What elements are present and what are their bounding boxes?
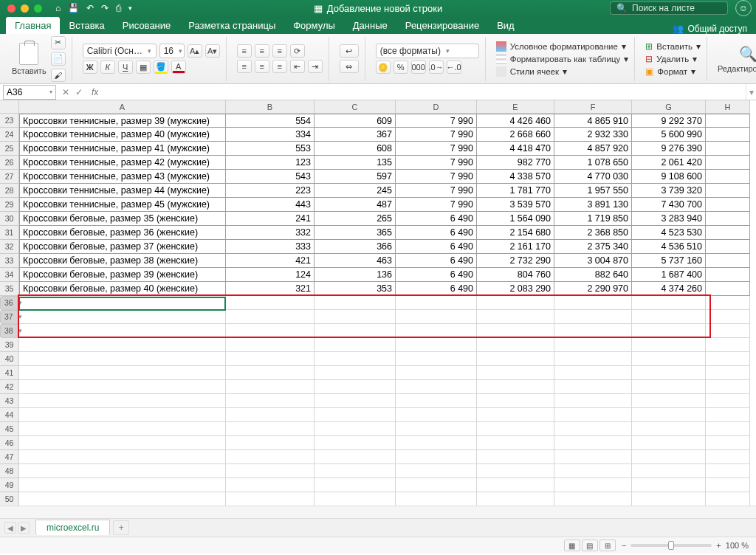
cell[interactable]: [226, 366, 315, 380]
cell[interactable]: [315, 380, 396, 394]
cell[interactable]: [396, 296, 477, 310]
cell[interactable]: [315, 478, 396, 492]
cell[interactable]: [706, 142, 750, 156]
save-icon[interactable]: 💾: [68, 3, 79, 13]
cell[interactable]: [706, 310, 750, 324]
editing-button[interactable]: 🔍 Редактирование: [718, 45, 756, 73]
align-bot-icon[interactable]: ≡: [272, 44, 287, 58]
row-header[interactable]: 29: [0, 198, 19, 212]
col-header-E[interactable]: E: [477, 100, 554, 114]
cell[interactable]: [477, 464, 554, 478]
quick-access-toolbar[interactable]: ⌂ 💾 ↶ ↷ ⎙ ▾: [55, 3, 132, 13]
cell[interactable]: 6 490: [396, 254, 477, 268]
cell[interactable]: [396, 366, 477, 380]
cell[interactable]: [706, 394, 750, 408]
cell[interactable]: 9 292 370: [632, 114, 706, 128]
cell[interactable]: [315, 436, 396, 450]
spreadsheet-grid[interactable]: ABCDEFGH 2324252627282930313233343536373…: [0, 100, 756, 518]
row-header[interactable]: 26: [0, 156, 19, 170]
cell[interactable]: 4 418 470: [477, 142, 554, 156]
cell[interactable]: 4 865 910: [554, 114, 632, 128]
cell[interactable]: 6 490: [396, 226, 477, 240]
cell[interactable]: [477, 450, 554, 464]
cell[interactable]: [477, 310, 554, 324]
row-header[interactable]: 23: [0, 114, 19, 128]
row-header[interactable]: 33: [0, 254, 19, 268]
zoom-out-icon[interactable]: −: [622, 541, 626, 550]
row-header[interactable]: 24: [0, 128, 19, 142]
cell[interactable]: 245: [315, 184, 396, 198]
font-color-icon[interactable]: A: [171, 61, 186, 74]
cell[interactable]: 3 004 870: [554, 254, 632, 268]
cell[interactable]: 223: [226, 184, 315, 198]
fx-icon[interactable]: fx: [92, 87, 98, 97]
cell[interactable]: [477, 436, 554, 450]
cell[interactable]: [19, 408, 226, 422]
sheet-nav[interactable]: ◀▶: [4, 522, 30, 534]
cell[interactable]: [706, 226, 750, 240]
cell[interactable]: 1 719 850: [554, 212, 632, 226]
expand-formula-icon[interactable]: ▾: [746, 84, 756, 100]
cell[interactable]: [19, 352, 226, 366]
cell[interactable]: Кроссовки беговые, размер 37 (женские): [19, 240, 226, 254]
row-header[interactable]: 50: [0, 492, 19, 506]
cell[interactable]: [706, 380, 750, 394]
cell[interactable]: [706, 170, 750, 184]
cell[interactable]: [706, 114, 750, 128]
formula-input[interactable]: [98, 86, 746, 99]
cell[interactable]: 4 770 030: [554, 170, 632, 184]
conditional-formatting[interactable]: Условное форматирование ▾: [496, 41, 629, 52]
cell[interactable]: 4 857 920: [554, 142, 632, 156]
cell[interactable]: [396, 310, 477, 324]
tab-formulas[interactable]: Формулы: [284, 17, 344, 34]
row-header[interactable]: 31: [0, 226, 19, 240]
close-icon[interactable]: [7, 4, 16, 13]
cell[interactable]: [706, 464, 750, 478]
cell[interactable]: 421: [226, 254, 315, 268]
font-select[interactable]: Calibri (Осн…: [83, 44, 157, 58]
cell[interactable]: 2 668 660: [477, 128, 554, 142]
cell[interactable]: [554, 478, 632, 492]
cell[interactable]: Кроссовки беговые, размер 40 (женские): [19, 282, 226, 296]
name-box[interactable]: A36: [3, 85, 56, 100]
cell[interactable]: 6 490: [396, 282, 477, 296]
cell[interactable]: Кроссовки теннисные, размер 39 (мужские): [19, 114, 226, 128]
cell[interactable]: [632, 450, 706, 464]
format-painter-icon[interactable]: 🖌: [51, 69, 66, 82]
cell[interactable]: [706, 492, 750, 506]
cell[interactable]: [19, 478, 226, 492]
cell[interactable]: 2 154 680: [477, 226, 554, 240]
row-header[interactable]: 39: [0, 338, 19, 352]
cell[interactable]: 553: [226, 142, 315, 156]
row-header[interactable]: 28: [0, 184, 19, 198]
delete-cells[interactable]: ⊟Удалить ▾: [645, 54, 701, 64]
fill-color-icon[interactable]: 🪣: [154, 61, 168, 74]
copy-icon[interactable]: 📄: [51, 52, 66, 66]
percent-icon[interactable]: %: [394, 61, 408, 74]
cell[interactable]: 3 891 130: [554, 198, 632, 212]
cell[interactable]: [706, 338, 750, 352]
cells-area[interactable]: Кроссовки теннисные, размер 39 (мужские)…: [19, 114, 750, 518]
cell[interactable]: 332: [226, 226, 315, 240]
view-buttons[interactable]: ▦▤⊞: [564, 540, 616, 551]
cell[interactable]: 123: [226, 156, 315, 170]
cell[interactable]: [632, 492, 706, 506]
cut-icon[interactable]: ✂: [51, 36, 66, 49]
cell[interactable]: [226, 324, 315, 338]
cell[interactable]: 6 490: [396, 240, 477, 254]
col-header-D[interactable]: D: [396, 100, 477, 114]
cell[interactable]: [632, 422, 706, 436]
add-sheet-button[interactable]: +: [113, 520, 129, 535]
tab-insert[interactable]: Вставка: [60, 17, 113, 34]
cell[interactable]: [226, 478, 315, 492]
cell[interactable]: [226, 352, 315, 366]
merge-icon[interactable]: ⇔: [340, 60, 359, 73]
cell[interactable]: 3 739 320: [632, 184, 706, 198]
redo-icon[interactable]: ↷: [101, 3, 109, 13]
cell[interactable]: 1 078 650: [554, 156, 632, 170]
cell[interactable]: [226, 436, 315, 450]
cell[interactable]: [396, 478, 477, 492]
row-header[interactable]: 49: [0, 478, 19, 492]
cell[interactable]: 2 083 290: [477, 282, 554, 296]
maximize-icon[interactable]: [34, 4, 42, 13]
